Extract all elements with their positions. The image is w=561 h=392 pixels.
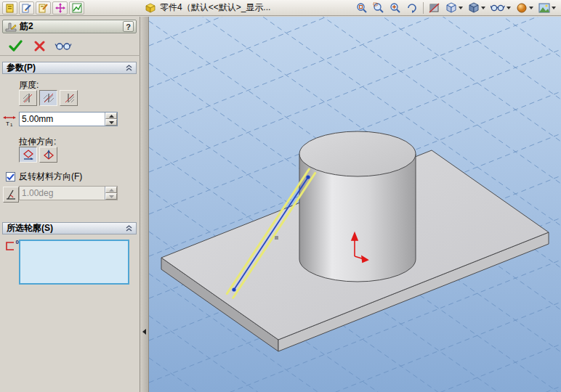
first-side-thickness-button[interactable]	[19, 90, 37, 106]
ok-check-icon	[9, 40, 23, 52]
thickness-side-buttons	[19, 90, 78, 106]
detailed-preview-glasses-icon	[55, 41, 72, 51]
contour-selection-listbox[interactable]	[19, 240, 129, 285]
flip-material-row: 反转材料方向(F)	[6, 171, 82, 183]
zoom-fit-button[interactable]	[354, 1, 370, 15]
draft-angle-input	[20, 187, 105, 200]
thickness-spin-down-button[interactable]	[105, 119, 117, 126]
second-side-thickness-button[interactable]	[60, 90, 78, 106]
edit-appearance-icon	[516, 2, 528, 14]
draft-spin-down-button	[105, 193, 117, 200]
collapse-chevron-icon	[126, 65, 132, 71]
zoom-area-button[interactable]	[371, 1, 387, 15]
edit-appearance-button[interactable]	[514, 1, 536, 15]
edit-sketch-icon	[22, 3, 32, 13]
sketch-endpoint[interactable]	[306, 175, 310, 179]
hide-show-items-button[interactable]	[488, 1, 513, 15]
contours-group-label: 所选轮廓(S)	[7, 222, 53, 234]
detailed-preview-button[interactable]	[54, 38, 73, 54]
draft-toggle-button[interactable]	[3, 187, 19, 203]
cancel-button[interactable]	[30, 38, 49, 54]
thickness-spinner	[105, 113, 117, 126]
svg-text:1: 1	[10, 123, 13, 126]
sketch-tools-icon	[39, 3, 49, 13]
move-entities-icon-button[interactable]	[52, 1, 68, 15]
dropdown-caret-icon	[552, 7, 556, 9]
draft-spinner	[105, 187, 117, 200]
help-button[interactable]: ?	[123, 21, 134, 32]
view-toolbar-group	[354, 1, 561, 15]
draft-spin-up-button	[105, 187, 117, 193]
dropdown-caret-icon	[481, 7, 485, 9]
normal-to-sketch-icon	[43, 150, 55, 160]
document-icon-button[interactable]	[2, 1, 17, 15]
solidworks-window: 零件4（默认<<默认>_显示...	[0, 0, 561, 392]
zoom-in-out-icon	[390, 2, 401, 14]
dropdown-caret-icon	[529, 7, 533, 9]
flip-material-label: 反转材料方向(F)	[19, 171, 82, 183]
collapse-chevron-icon	[126, 225, 132, 232]
svg-text:T: T	[6, 121, 9, 126]
parallel-to-sketch-button[interactable]	[19, 147, 37, 163]
zoom-area-icon	[373, 2, 384, 14]
graphics-area	[149, 17, 561, 392]
cancel-x-icon	[34, 41, 45, 52]
top-toolbar: 零件4（默认<<默认>_显示...	[0, 0, 561, 16]
viewport-3d[interactable]	[149, 17, 561, 392]
normal-to-sketch-button[interactable]	[39, 147, 57, 163]
parallel-to-sketch-icon	[23, 150, 34, 160]
hide-show-items-icon	[491, 3, 505, 12]
edit-sketch-icon-button[interactable]	[19, 1, 34, 15]
apply-scene-button[interactable]	[536, 1, 558, 15]
panel-splitter[interactable]	[140, 17, 149, 392]
part-document-icon	[145, 3, 156, 13]
evaluate-icon	[72, 3, 82, 13]
rib-thickness-input-icon: T1	[3, 113, 17, 127]
thickness-spin-up-button[interactable]	[105, 113, 117, 119]
dropdown-caret-icon	[506, 7, 511, 9]
apply-scene-icon	[538, 2, 550, 14]
ok-button[interactable]	[6, 38, 25, 54]
section-view-button[interactable]	[427, 1, 443, 15]
document-title: 零件4（默认<<默认>_显示...	[160, 1, 270, 14]
sketch-point[interactable]	[275, 236, 278, 240]
rib-thickness-spinbox	[19, 112, 118, 126]
feature-title: 筋2	[20, 20, 120, 33]
draft-angle-icon	[5, 189, 17, 200]
pm-action-row	[0, 36, 140, 56]
contours-group-header[interactable]: 所选轮廓(S)	[2, 222, 137, 234]
both-sides-hatch-icon	[43, 93, 55, 103]
toolbar-separator	[423, 2, 424, 14]
rotate-view-icon	[406, 2, 418, 14]
property-manager-header: 筋2 ?	[2, 20, 137, 33]
move-entities-icon	[55, 3, 65, 13]
cylinder-boss[interactable]	[299, 131, 416, 282]
display-style-button[interactable]	[466, 1, 488, 15]
zoom-in-out-button[interactable]	[387, 1, 403, 15]
view-orientation-button[interactable]	[443, 1, 465, 15]
rib-feature-icon	[5, 22, 17, 32]
property-manager-panel: 筋2 ? 参数(P) 厚度:	[0, 17, 140, 392]
flip-material-checkbox[interactable]	[6, 172, 15, 181]
parameters-group-header[interactable]: 参数(P)	[2, 62, 137, 74]
checkbox-check-icon	[7, 173, 15, 181]
view-orientation-icon	[445, 2, 457, 14]
display-style-icon	[468, 2, 480, 14]
sketch-endpoint[interactable]	[232, 287, 235, 291]
section-view-icon	[429, 2, 440, 14]
sketch-tools-icon-button[interactable]	[36, 1, 51, 15]
draft-angle-spinbox	[19, 186, 118, 200]
evaluate-icon-button[interactable]	[69, 1, 84, 15]
extrude-direction-buttons	[19, 147, 57, 163]
second-side-hatch-icon	[63, 93, 75, 103]
document-title-area: 零件4（默认<<默认>_显示...	[145, 1, 270, 14]
rotate-view-button[interactable]	[404, 1, 420, 15]
first-side-hatch-icon	[23, 93, 34, 103]
both-sides-thickness-button[interactable]	[39, 90, 57, 106]
rib-thickness-input[interactable]	[20, 113, 105, 126]
parameters-group-label: 参数(P)	[7, 62, 36, 74]
left-toolbar-group	[0, 1, 84, 15]
collapse-panel-arrow-icon[interactable]	[142, 329, 146, 335]
contour-selection-icon: 0	[4, 240, 19, 256]
zoom-fit-icon	[356, 2, 368, 14]
